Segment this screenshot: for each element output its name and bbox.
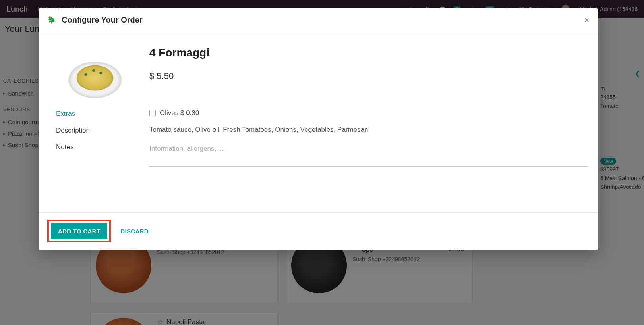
modal-title: Configure Your Order <box>62 15 143 25</box>
description-label: Description <box>56 126 149 135</box>
checkbox-icon[interactable] <box>149 110 156 116</box>
notes-input[interactable] <box>149 142 588 167</box>
description-text: Tomato sauce, Olive oil, Fresh Tomatoes,… <box>149 126 588 134</box>
product-image <box>61 55 129 103</box>
discard-button[interactable]: DISCARD <box>120 228 148 235</box>
bug-icon[interactable]: 🪲 <box>47 16 56 25</box>
product-price: $ 5.50 <box>149 71 588 81</box>
close-button[interactable]: × <box>584 16 589 25</box>
tutorial-highlight: ADD TO CART <box>47 220 111 242</box>
notes-label: Notes <box>56 142 149 167</box>
configure-order-modal: 🪲 Configure Your Order × 4 Formaggi $ 5.… <box>39 8 598 250</box>
modal-body: 4 Formaggi $ 5.50 Extras Olives $ 0.30 D… <box>39 32 598 212</box>
add-to-cart-button[interactable]: ADD TO CART <box>51 223 107 239</box>
product-name: 4 Formaggi <box>149 46 588 59</box>
extra-option-label: Olives $ 0.30 <box>160 109 199 117</box>
modal-header: 🪲 Configure Your Order × <box>39 8 598 32</box>
modal-footer: ADD TO CART DISCARD <box>39 212 598 250</box>
extras-label: Extras <box>56 109 149 118</box>
extra-olives-option[interactable]: Olives $ 0.30 <box>149 109 588 117</box>
